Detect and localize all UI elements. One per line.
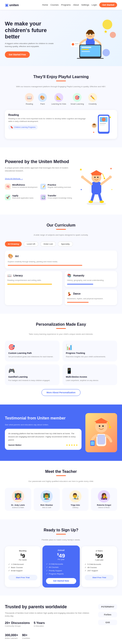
tab-art-drawing[interactable]: Art Drawing — [5, 242, 22, 246]
method-apply-label: Apply — [12, 194, 33, 197]
testimonial-quote-text: An amazing platform that has transformed… — [8, 432, 78, 442]
teachers-grid: 👩‍🏫 Dr. Jody Lewis Science & Math 👨‍🏫 Re… — [5, 488, 117, 511]
teacher-avatar-1: 👨‍🏫 — [41, 490, 53, 502]
tab-specialty[interactable]: Specialty — [58, 242, 73, 246]
pricing-cards: Monthly $9 Per month ✓1 Child Account ✓B… — [5, 546, 117, 587]
person-divider — [56, 328, 66, 329]
stat-countries: 90+ Countries — [22, 633, 30, 643]
person-card-tracking: 📊 Progress Tracking Real-time insights i… — [62, 340, 117, 362]
hero-subtitle: A biggest online education platform for … — [5, 42, 54, 48]
person-card-device: 📱 Multi-Device Access Learn anywhere, an… — [62, 364, 117, 385]
curriculum-section: Our Curriculum A wide range of subjects … — [0, 214, 122, 314]
svg-rect-9 — [77, 58, 104, 59]
curriculum-tabs: Art Drawing Level 1/5 Order List Special… — [5, 242, 117, 246]
svg-rect-12 — [81, 51, 90, 52]
trusted-stats-2: 300,000+ Active Learners 90+ Countries — [5, 633, 93, 643]
trusted-text: Trusted by parents worldwide Thousands o… — [5, 604, 93, 643]
tab-order[interactable]: Order List — [40, 242, 56, 246]
person-cta-wrap: More About Personalization — [5, 389, 117, 396]
hero-cta-button[interactable]: Get Started Free — [5, 52, 30, 58]
svg-rect-32 — [92, 182, 101, 194]
svg-point-21 — [102, 118, 106, 122]
trusted-subtitle: Thousands of families trust Uniten to de… — [5, 612, 93, 618]
svg-point-37 — [104, 178, 105, 179]
person-subtitle: Tailor every learning experience to your… — [5, 333, 117, 336]
powered-title: Powered by the Uniten Method — [5, 159, 73, 164]
testimonial-subtitle: See what parents and educators say about… — [5, 424, 81, 426]
nav-link-home[interactable]: Home — [42, 4, 48, 6]
tab-level[interactable]: Level 1/5 — [24, 242, 38, 246]
trusted-section: Trusted by parents worldwide Thousands o… — [0, 596, 122, 644]
feature-badge: 🔖 Children Learning Programs — [8, 125, 38, 130]
feature-icon-learning[interactable]: 📐 Learning for Kids — [51, 93, 66, 105]
nav-cta-button[interactable]: Get Started — [99, 2, 117, 7]
teacher-card-0: 👩‍🏫 Dr. Jody Lewis Science & Math — [5, 488, 31, 511]
person-card-path: 🎯 Custom Learning Path Set personalized … — [5, 340, 60, 362]
personalization-section: Personalization Made Easy Tailor every l… — [0, 314, 122, 405]
teacher-avatar-0: 👩‍🏫 — [12, 490, 24, 502]
person-cta-button[interactable]: More About Personalization — [42, 389, 81, 396]
brand-forbes: Forbes — [98, 612, 117, 617]
teacher-avatar-2: 👨‍🎨 — [69, 490, 81, 502]
method-practice-desc: Regular skill-building exercises — [48, 186, 71, 189]
stat-years: 5 Years In Education — [34, 621, 45, 631]
nav-link-about[interactable]: About — [73, 4, 79, 6]
svg-point-6 — [91, 34, 92, 35]
trusted-content: Trusted by parents worldwide Thousands o… — [5, 604, 117, 643]
nav-login[interactable]: Login — [92, 4, 97, 6]
svg-point-40 — [81, 176, 84, 178]
method-apply-desc: Real-world application tasks — [12, 197, 33, 200]
curriculum-divider — [56, 229, 66, 230]
testimonial-section: Testimonial from Uniten member See what … — [0, 404, 122, 461]
teachers-divider — [56, 475, 66, 476]
feature-icon-paint[interactable]: 🎨 Paint — [38, 93, 47, 105]
svg-rect-10 — [81, 47, 91, 48]
method-mindfulness-desc: Focus on emotional development — [12, 186, 37, 189]
stat-discussions: 20+ Discussions Community Groups — [5, 621, 30, 631]
feature-detail-title: Reading — [8, 113, 89, 116]
brand-gx0: GX0 — [98, 620, 117, 625]
svg-point-25 — [93, 126, 94, 126]
teacher-card-1: 👨‍🏫 Rein Shankar Arts & Craft — [34, 488, 60, 511]
feature-icon-reading[interactable]: 📖 Reading — [25, 93, 34, 105]
powered-content: Powered by the Uniten Method A unique pr… — [5, 156, 117, 206]
svg-rect-23 — [100, 125, 105, 125]
feature-detail-illustration: ★ ● — [92, 113, 114, 136]
testimonial-stars: ★★★★★ — [66, 444, 78, 446]
svg-point-39 — [97, 177, 99, 178]
method-practice-label: Practice — [48, 184, 71, 186]
svg-rect-22 — [100, 123, 106, 124]
method-transfer-label: Transfer — [48, 194, 72, 197]
playful-subtitle: With our lessons management platform thr… — [5, 85, 117, 88]
pricing-cta-annual[interactable]: Get Started Now — [46, 578, 76, 584]
curriculum-cards: 🎨 Art Explore creativity through drawing… — [5, 250, 117, 305]
nav-link-programs[interactable]: Programs — [61, 4, 70, 6]
feature-icon-creativity[interactable]: ✏️ Creativity — [88, 93, 97, 105]
pricing-cta-monthly[interactable]: Start Free Trial — [8, 575, 37, 580]
svg-point-52 — [102, 425, 104, 427]
svg-point-41 — [109, 176, 112, 178]
svg-point-38 — [94, 177, 96, 178]
teachers-section: Meet the Teacher Our passionate and high… — [0, 461, 122, 519]
pricing-card-monthly: Monthly $9 Per month ✓1 Child Account ✓B… — [5, 546, 41, 587]
svg-point-5 — [88, 34, 90, 35]
curriculum-title: Our Curriculum — [5, 223, 117, 228]
curriculum-card-literacy: 📖 Literacy Reading comprehension and wri… — [5, 271, 62, 305]
svg-rect-16 — [75, 43, 79, 44]
svg-line-36 — [103, 174, 104, 178]
svg-rect-11 — [81, 49, 89, 50]
powered-section: Powered by the Uniten Method A unique pr… — [0, 148, 122, 214]
svg-text:★: ★ — [104, 29, 108, 34]
playful-title: They'll Enjoy Playful Learning — [5, 75, 117, 79]
svg-text:★: ★ — [109, 116, 112, 119]
powered-link[interactable]: Show All Methods → — [5, 178, 23, 180]
testimonial-inner: Testimonial from Uniten member See what … — [5, 413, 117, 452]
feature-icon-smart[interactable]: 🎯 Smart Learning — [70, 93, 84, 105]
trusted-title: Trusted by parents worldwide — [5, 604, 93, 610]
nav-link-courses[interactable]: Courses — [51, 4, 59, 6]
curriculum-card-row: 📖 Literacy Reading comprehension and wri… — [5, 271, 117, 305]
nav-logo: ▣ uniten — [5, 3, 19, 7]
nav-link-settings[interactable]: Settings — [81, 4, 89, 6]
pricing-cta-2year[interactable]: Start Free Trial — [85, 575, 114, 580]
testimonial-quote-card: An amazing platform that has transformed… — [5, 429, 81, 450]
